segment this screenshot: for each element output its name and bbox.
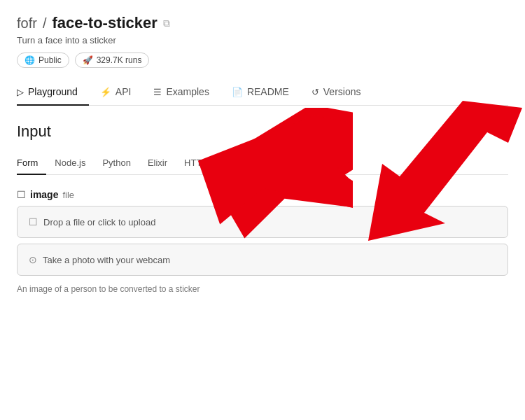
public-badge: 🌐 Public [17, 52, 69, 68]
sub-tab-nodejs[interactable]: Node.js [46, 152, 94, 175]
input-section-title: Input [17, 122, 508, 141]
tab-examples[interactable]: ☰ Examples [142, 79, 220, 106]
webcam-box[interactable]: ⊙ Take a photo with your webcam [17, 244, 508, 276]
sub-tab-elixir[interactable]: Elixir [139, 152, 176, 175]
rocket-icon: 🚀 [83, 55, 93, 65]
main-content: Input Form Node.js Python Elixir HTTP Co… [17, 122, 508, 294]
readme-icon: 📄 [232, 87, 243, 97]
field-name: image [30, 189, 58, 200]
sub-tab-form[interactable]: Form [17, 152, 46, 175]
copy-icon[interactable]: ⧉ [163, 18, 170, 29]
examples-icon: ☰ [153, 87, 162, 97]
repo-header: fofr / face-to-sticker ⧉ Turn a face int… [17, 14, 508, 68]
tab-playground[interactable]: ▷ Playground [17, 79, 89, 106]
repo-description: Turn a face into a sticker [17, 35, 508, 46]
sub-tab-cog[interactable]: Cog [216, 152, 250, 175]
webcam-text: Take a photo with your webcam [43, 255, 170, 265]
repo-title-row: fofr / face-to-sticker ⧉ [17, 14, 508, 32]
upload-icon: ☐ [29, 216, 38, 227]
field-type: file [62, 190, 74, 200]
camera-icon: ⊙ [29, 254, 37, 265]
repo-separator: / [43, 15, 47, 31]
sub-tab-http[interactable]: HTTP [176, 152, 216, 175]
field-label-row: ☐ image file [17, 189, 508, 200]
tab-playground-label: Playground [28, 86, 78, 97]
tab-versions[interactable]: ↺ Versions [300, 79, 372, 106]
repo-owner: fofr [17, 15, 37, 31]
sub-tab-python[interactable]: Python [94, 152, 139, 175]
runs-badge: 🚀 329.7K runs [75, 52, 150, 68]
repo-name: face-to-sticker [52, 14, 157, 32]
tab-versions-label: Versions [323, 86, 361, 97]
api-icon: ⚡ [100, 87, 111, 97]
tab-readme[interactable]: 📄 README [220, 79, 300, 106]
repo-badges: 🌐 Public 🚀 329.7K runs [17, 52, 508, 68]
upload-box-text: Drop a file or click to upload [43, 217, 155, 227]
sub-tab-docker[interactable]: Docker [250, 152, 295, 175]
tab-examples-label: Examples [166, 86, 209, 97]
nav-tabs: ▷ Playground ⚡ API ☰ Examples 📄 README ↺… [17, 79, 508, 106]
runs-badge-label: 329.7K runs [97, 55, 142, 65]
sub-tabs: Form Node.js Python Elixir HTTP Cog Dock… [17, 152, 508, 175]
file-icon: ☐ [17, 189, 26, 200]
tab-api-label: API [115, 86, 132, 97]
field-hint: An image of a person to be converted to … [17, 284, 508, 294]
public-badge-label: Public [38, 55, 62, 65]
file-upload-box[interactable]: ☐ Drop a file or click to upload [17, 206, 508, 238]
globe-icon: 🌐 [24, 55, 35, 65]
tab-api[interactable]: ⚡ API [89, 79, 143, 106]
versions-icon: ↺ [312, 87, 319, 97]
tab-readme-label: README [247, 86, 289, 97]
play-icon: ▷ [17, 87, 24, 97]
